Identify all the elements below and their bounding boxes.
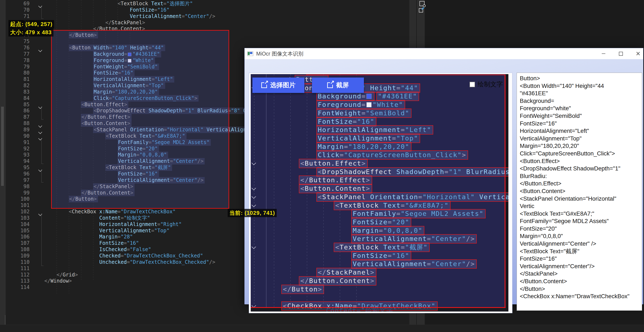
line-number: 86 [6, 108, 30, 114]
code-text: FontSize="16" [44, 7, 409, 13]
ocr-token-box: FontWeight="SemiBold" [316, 108, 412, 118]
ocr-token-box: <Button.Content> [299, 184, 372, 193]
ocr-image-line: Click="CaptureScreenButton_Click"> [251, 150, 508, 159]
ocr-image-view[interactable]: </Button><Button Width="140" Height="44"… [251, 74, 508, 312]
line-number: 76 [6, 44, 30, 51]
ocr-result-line: </Button.Effect> [520, 180, 640, 187]
ocr-result-line: Margin="180,20,20,20" [520, 142, 640, 150]
ocr-image-line: VerticalAlignment="Center"/> [251, 259, 508, 268]
line-number: 84 [6, 95, 30, 101]
ocr-image-line: FontSize="20" [251, 218, 508, 226]
ocr-image-line: <TextBlock Text="截屏" [251, 243, 508, 251]
code-text: <TextBlock Text="选择图片" [44, 0, 409, 7]
line-number: 101 [6, 202, 30, 208]
line-number: 91 [6, 139, 30, 146]
ocr-result-line: <Button.Effect> [520, 157, 640, 165]
ocr-region-frame-right [504, 74, 506, 308]
line-number: 92 [6, 146, 30, 152]
pick-image-label: 选择图片 [270, 81, 296, 90]
capture-size-label: 大小: 479 x 483 [8, 28, 54, 36]
line-number: 96 [6, 171, 30, 177]
checkbox-label: 绘制文字 [478, 80, 503, 89]
close-button[interactable]: × [632, 48, 644, 59]
fold-guide [42, 213, 44, 266]
capture-selection-rect [51, 30, 229, 209]
ocr-token-box: Click="CaptureScreenButton_Click"> [316, 150, 468, 160]
fold-chevron-icon [252, 244, 256, 249]
ocr-result-line: <CheckBox x:Name="DrawTextCheckBox" [520, 292, 640, 300]
line-number: 108 [6, 246, 30, 252]
ocr-token-box: VerticalAlignment="Top" [316, 134, 420, 143]
line-number: 75 [6, 38, 30, 44]
ocr-token-box: <StackPanel Orientation="Horizontal" Ver… [316, 192, 508, 202]
fold-chevron-icon [252, 161, 256, 165]
line-number: 112 [6, 272, 30, 278]
ocr-result-line: VerticalAlignment="Top" [520, 135, 640, 142]
code-text: VerticalAlignment="Center"/> [44, 13, 409, 20]
minimize-button[interactable] [597, 48, 610, 59]
ocr-token-box: FontSize="16" [316, 117, 376, 126]
external-capture-icon[interactable]: ↗ [419, 8, 423, 12]
ocr-token-box: "#4361EE" [376, 92, 419, 101]
snip-region-icon[interactable] [420, 1, 424, 6]
ocr-token-box: Foreground="White" [316, 100, 405, 110]
ocr-token-box: </StackPanel> [316, 268, 376, 277]
ocr-image-line: <DropShadowEffect ShadowDepth="1" BlurRa… [251, 167, 508, 176]
pick-image-button[interactable]: ↗ 选择图片 [252, 78, 304, 93]
ocr-image-line: VerticalAlignment="Center"/> [251, 234, 508, 243]
screenshot-button[interactable]: ↗ 截屏 [312, 78, 364, 93]
ocr-token-box: <TextBlock Text="&#xE8A7;" [334, 201, 450, 210]
ocr-region-frame-top [306, 74, 505, 75]
image-control: </Button><Button Width="140" Height="44"… [249, 73, 512, 313]
line-number: 70 [6, 7, 30, 13]
titlebar[interactable]: MiOcr 图像文本识别 × [244, 48, 643, 59]
ocr-image-line: <StackPanel Orientation="Horizontal" Ver… [251, 192, 508, 201]
line-number: 109 [6, 252, 30, 259]
external-link-icon: ↗ [261, 82, 267, 88]
ocr-result-line: Button> [520, 74, 640, 82]
ocr-token-box: <DropShadowEffect ShadowDepth="1" BlurRa… [316, 167, 508, 176]
line-number: 83 [6, 89, 30, 95]
fold-guide [42, 169, 44, 182]
ocr-token-box: VerticalAlignment="Center"/> [351, 234, 477, 244]
arrow-ne-icon: ↗ [421, 6, 424, 11]
ocr-image-line: </Button.Effect> [251, 176, 508, 184]
line-number: 111 [6, 265, 30, 272]
editor-scrollbar-thumb[interactable] [1, 107, 4, 186]
line-number: 81 [6, 76, 30, 82]
ocr-result-textbox[interactable]: Button><Button Width="140" Height="44"#4… [517, 73, 642, 311]
screenshot-label: 截屏 [336, 81, 349, 90]
line-number: 80 [6, 70, 30, 76]
ocr-result-line: <StackPanel Orientation="Horizontal" [520, 195, 640, 202]
ocr-image-line: Foreground="White" [251, 100, 508, 108]
fold-guide [42, 138, 44, 164]
ocr-token-box: FontSize="16" [351, 251, 412, 260]
app-icon [247, 52, 253, 56]
line-number: 100 [6, 196, 30, 202]
line-number: 104 [6, 221, 30, 228]
line-number: 97 [6, 177, 30, 183]
draw-text-checkbox[interactable]: 绘制文字 [470, 80, 503, 89]
ocr-token-box: VerticalAlignment="Center"/> [351, 259, 477, 269]
ocr-image-line: FontSize="16" [251, 117, 508, 126]
fold-chevron-icon [252, 202, 256, 207]
ocr-result-line: BlurRadiu: [520, 172, 640, 180]
ocr-result-line: Click="CaptureScreenButton_Click"> [520, 150, 640, 157]
line-number: 107 [6, 240, 30, 246]
ocr-result-line: </Button> [520, 285, 640, 293]
line-number: 98 [6, 183, 30, 190]
ocr-result-line: FontFamily="Segoe MDL2 Assets" [520, 217, 640, 225]
ocr-token-box: Margin="0,0,8,0" [351, 226, 424, 235]
ocr-image-line: HorizontalAlignment="Left" [251, 125, 508, 134]
line-number: 95 [6, 164, 30, 171]
window-client-area: </Button><Button Width="140" Height="44"… [244, 59, 643, 304]
fold-guide [42, 6, 44, 19]
bottom-bar [0, 324, 644, 332]
ocr-image-line: Margin="180,20,20,20" [251, 142, 508, 150]
checkbox-box[interactable] [470, 82, 475, 87]
maximize-button[interactable] [614, 48, 627, 59]
ocr-token-box: FontSize="20" [351, 218, 412, 227]
line-number: 69 [6, 0, 30, 7]
ocr-region-frame-bottom [251, 307, 506, 308]
line-number: 106 [6, 234, 30, 240]
